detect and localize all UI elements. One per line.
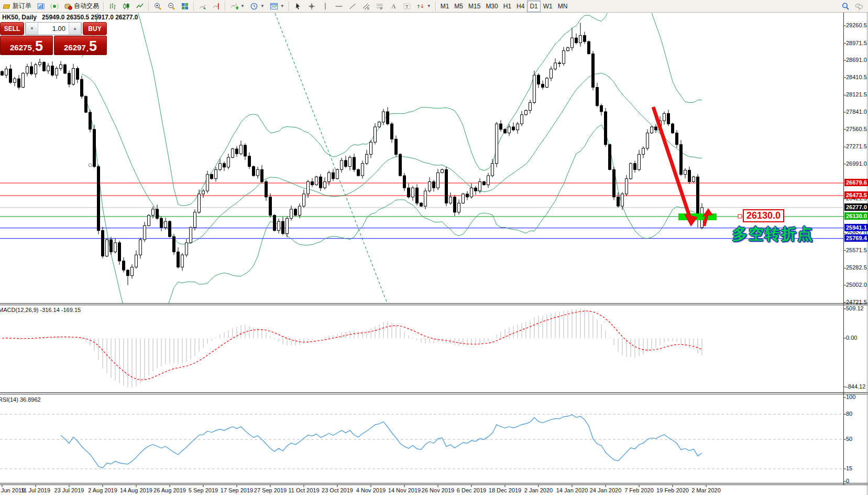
scroll-group — [196, 1, 223, 12]
date-axis-label: 27 Sep 2019 — [254, 487, 287, 493]
tag-anchor — [738, 214, 742, 218]
date-axis-label: 5 Sep 2019 — [189, 487, 218, 493]
label-button[interactable]: T — [400, 1, 414, 12]
tf-m5-button[interactable]: M5 — [452, 1, 466, 12]
tf-h4-button[interactable]: H4 — [514, 1, 527, 12]
hline-button[interactable] — [332, 1, 346, 12]
text-icon: A — [389, 2, 398, 10]
cursor-icon — [294, 2, 302, 10]
tf-m30-button[interactable]: M30 — [483, 1, 500, 12]
date-axis-label: 14 Nov 2019 — [388, 487, 421, 493]
line-chart-button[interactable] — [133, 1, 147, 12]
price-axis-label: 28121.5 — [846, 91, 867, 98]
zoom-in-button[interactable] — [151, 1, 164, 12]
tf-m1-button[interactable]: M1 — [438, 1, 452, 12]
svg-text:F: F — [380, 7, 382, 10]
date-axis-label: 14 Aug 2019 — [120, 487, 152, 493]
indicators-button[interactable]: ▼ — [227, 1, 247, 12]
hline-icon — [335, 2, 343, 10]
tf-d1-button[interactable]: D1 — [527, 1, 540, 12]
crosshair-button[interactable] — [305, 1, 318, 12]
tf-m15-button[interactable]: M15 — [466, 1, 483, 12]
tf-m30-button-label: M30 — [486, 3, 498, 10]
tf-d1-button-label: D1 — [530, 3, 537, 10]
search-button[interactable] — [839, 1, 852, 12]
volume-down-button[interactable]: ▼ — [26, 23, 38, 35]
date-axis-label: 19 Feb 2020 — [656, 487, 689, 493]
toolbar-right — [839, 1, 868, 12]
chevron-down-icon: ▼ — [260, 4, 265, 8]
date-axis-label: 26 Nov 2019 — [422, 487, 454, 493]
svg-text:E: E — [367, 7, 369, 10]
sell-price[interactable]: 26275 . 5 — [0, 36, 53, 55]
support-price-tag[interactable]: 26130.0 — [743, 209, 784, 222]
tf-mn-button-label: MN — [558, 3, 568, 10]
tf-h1-button-label: H1 — [503, 3, 511, 10]
date-axis-label: 26 Aug 2019 — [153, 487, 186, 493]
price-badge: 26130.0 — [844, 212, 868, 220]
price-axis-label: 25282.5 — [846, 264, 867, 271]
trendline-button[interactable] — [346, 1, 359, 12]
price-badge: 26473.5 — [844, 191, 868, 199]
buy-button[interactable]: BUY — [83, 22, 107, 35]
date-axis-label: 14 Jan 2020 — [556, 487, 588, 493]
crosshair-icon — [307, 2, 316, 10]
turning-point-note[interactable]: 多空转折点 — [732, 224, 814, 245]
tf-mn-button[interactable]: MN — [555, 1, 570, 12]
tile-windows-button[interactable] — [178, 1, 192, 12]
rsi-axis-label: 80 — [846, 411, 852, 417]
chevron-down-icon: ▼ — [280, 4, 284, 8]
date-axis-label: 24 Jan 2020 — [590, 487, 622, 493]
date-axis-label: 18 Dec 2019 — [489, 487, 521, 493]
tf-m1-button-label: M1 — [441, 3, 449, 10]
date-axis-label: 6 Dec 2019 — [457, 487, 486, 493]
cursor-button[interactable] — [291, 1, 305, 12]
clock-icon — [250, 2, 258, 10]
add-indicator-icon — [230, 2, 238, 10]
price-axis-label: 25002.0 — [846, 282, 867, 288]
tf-m15-button-label: M15 — [468, 3, 480, 10]
autotrading-button[interactable]: 自动交易 — [61, 1, 102, 12]
toolbar-separator — [148, 2, 149, 11]
date-axis-label: 23 Jul 2019 — [54, 487, 84, 493]
toolbar-separator — [435, 2, 436, 11]
date-axis-label: 11 Jul 2019 — [21, 487, 50, 493]
periods-button[interactable]: ▼ — [247, 1, 267, 12]
zoom-out-button[interactable] — [164, 1, 178, 12]
price-badge: 26679.6 — [844, 179, 868, 186]
new-order-icon — [3, 2, 11, 10]
chart-shift-button[interactable] — [210, 1, 223, 12]
insert-group: ▼▼▼ — [227, 1, 287, 12]
sell-button[interactable]: SELL — [0, 22, 24, 35]
fibonacci-button[interactable]: F — [373, 1, 387, 12]
candles-chart-button[interactable] — [119, 1, 133, 12]
date-axis-label: 17 Sep 2019 — [221, 487, 253, 493]
buy-price[interactable]: 26297 . 5 — [54, 36, 107, 55]
tf-h1-button[interactable]: H1 — [501, 1, 514, 12]
file-group: 新订单自动交易 — [0, 1, 102, 12]
auto-scroll-button[interactable] — [196, 1, 210, 12]
tf-w1-button[interactable]: W1 — [541, 1, 555, 12]
date-axis-label: 23 Oct 2019 — [322, 487, 353, 493]
chart-canvas[interactable] — [0, 0, 868, 495]
macd-axis-label: 509.12 — [846, 305, 864, 311]
new-order-button[interactable]: 新订单 — [0, 1, 34, 12]
chat-button[interactable] — [852, 1, 866, 12]
fibonacci-icon: F — [376, 2, 384, 10]
price-axis-label: 28971.5 — [846, 40, 867, 46]
text-button[interactable]: A — [387, 1, 400, 12]
volume-value[interactable]: 1.00 — [38, 23, 69, 35]
toolbar-separator — [289, 2, 290, 11]
arrows-button[interactable]: ▼ — [414, 1, 434, 12]
signals-button[interactable] — [48, 1, 61, 12]
channel-button[interactable]: E — [359, 1, 373, 12]
templates-button[interactable]: ▼ — [267, 1, 287, 12]
price-axis-label: 26991.0 — [846, 160, 867, 167]
volume-up-button[interactable]: ▲ — [69, 23, 81, 35]
tf-w1-button-label: W1 — [543, 3, 553, 10]
shiftend-icon — [212, 2, 221, 10]
charts-button[interactable] — [34, 1, 48, 12]
channel-icon: E — [362, 2, 370, 10]
bars-chart-button[interactable] — [106, 1, 119, 12]
vline-button[interactable] — [318, 1, 332, 12]
